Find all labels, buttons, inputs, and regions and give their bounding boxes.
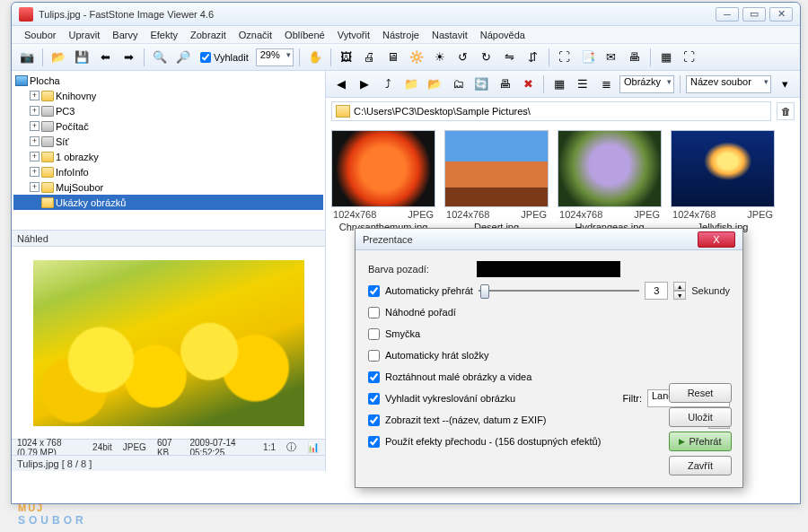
menu-oblibene[interactable]: Oblíbené <box>279 28 330 42</box>
tree-item[interactable]: Ukázky obrázků <box>13 195 323 210</box>
tool-icon[interactable]: ☀ <box>430 48 450 67</box>
left-pane: Plocha +Knihovny+PC3+Počítač+Síť+1 obraz… <box>12 71 326 471</box>
smoothdraw-label: Vyhladit vykreslování obrázku <box>385 393 618 404</box>
showtext-checkbox[interactable] <box>368 414 380 426</box>
close-button[interactable]: ✕ <box>769 7 793 22</box>
thumbnail[interactable]: 1024x768JPEG Hydrangeas.jpg <box>558 130 662 232</box>
loop-checkbox[interactable] <box>368 328 380 340</box>
dialog-close-button[interactable]: X <box>698 231 735 248</box>
refresh-icon[interactable]: 🔄 <box>471 74 491 94</box>
tool-icon[interactable]: 🔆 <box>407 48 426 67</box>
thumbnail[interactable]: 1024x768JPEG Chrysanthemum.jpg <box>331 130 435 232</box>
hand-icon[interactable]: ✋ <box>305 48 325 67</box>
tool-icon[interactable]: 🖶 <box>625 48 645 67</box>
preview-info: 1024 x 768 (0.79 MP) 24bit JPEG 607 KB 2… <box>12 439 325 455</box>
autofolders-checkbox[interactable] <box>368 350 380 362</box>
info-icon[interactable]: ⓘ <box>286 440 296 454</box>
interval-value[interactable] <box>645 282 668 300</box>
nav-up-icon[interactable]: ⤴ <box>378 74 398 94</box>
tool-icon[interactable]: ✉ <box>602 48 621 67</box>
fx-checkbox[interactable] <box>368 436 380 448</box>
random-checkbox[interactable] <box>368 307 380 318</box>
menu-oznacit[interactable]: Označit <box>233 28 277 42</box>
stretch-label: Roztáhnout malé obrázky a videa <box>385 371 531 382</box>
tree-item[interactable]: +Knihovny <box>13 88 323 103</box>
watermark-logo: MUJSOUBOR <box>18 493 87 527</box>
open-icon[interactable]: 📂 <box>48 48 68 67</box>
tool-icon[interactable]: ⛶ <box>555 48 575 67</box>
prev-icon[interactable]: ⬅ <box>95 48 115 67</box>
menu-nastavit[interactable]: Nastavit <box>426 28 473 42</box>
view-list-icon[interactable]: ≣ <box>596 74 616 94</box>
bg-color-swatch[interactable] <box>477 261 620 277</box>
tool-icon[interactable]: ⇋ <box>500 48 520 67</box>
menu-napoveda[interactable]: Nápověda <box>475 28 531 42</box>
tree-item[interactable]: +PC3 <box>13 103 323 118</box>
autoplay-checkbox[interactable] <box>368 285 380 297</box>
tool-icon[interactable]: 🖶 <box>495 74 514 94</box>
histogram-icon[interactable]: 📊 <box>307 441 320 453</box>
view-thumb-icon[interactable]: ▦ <box>549 74 569 94</box>
menu-nastroje[interactable]: Nástroje <box>377 28 425 42</box>
tree-item[interactable]: +Síť <box>13 134 323 149</box>
thumbnail[interactable]: 1024x768JPEG Jellyfish.jpg <box>671 130 775 232</box>
zoom-select[interactable]: 29% <box>256 48 294 66</box>
tool-icon[interactable]: 🖼 <box>337 48 356 67</box>
path-bar[interactable]: C:\Users\PC3\Desktop\Sample Pictures\ <box>331 101 771 121</box>
folder-icon[interactable]: 📁 <box>401 74 421 94</box>
trash-icon[interactable]: 🗑 <box>777 102 795 120</box>
next-icon[interactable]: ➡ <box>119 48 138 67</box>
tool-icon[interactable]: 📑 <box>578 48 598 67</box>
thumbnail[interactable]: 1024x768JPEG Desert.jpg <box>444 130 549 232</box>
save-button[interactable]: Uložit <box>669 407 732 427</box>
sort-dir-icon[interactable]: ▾ <box>775 74 795 94</box>
menu-vytvorit[interactable]: Vytvořit <box>332 28 375 42</box>
showtext-label: Zobrazit text --(název, datum z EXIF) <box>385 414 703 425</box>
zoom-out-icon[interactable]: 🔎 <box>173 48 193 67</box>
path-text: C:\Users\PC3\Desktop\Sample Pictures\ <box>354 106 531 117</box>
fullscreen-icon[interactable]: ⛶ <box>680 48 699 67</box>
tree-item[interactable]: +MujSoubor <box>13 179 323 195</box>
tool-icon[interactable]: 🖥 <box>383 48 403 67</box>
interval-spinner[interactable]: ▲▼ <box>673 282 686 300</box>
acquire-icon[interactable]: 📷 <box>17 48 37 67</box>
filter-select[interactable]: Obrázky <box>619 75 674 93</box>
reset-button[interactable]: Reset <box>669 383 732 403</box>
tree-item[interactable]: +Počítač <box>13 118 323 134</box>
tree-root[interactable]: Plocha <box>30 75 60 86</box>
view-detail-icon[interactable]: ☰ <box>573 74 593 94</box>
tree-item[interactable]: +1 obrazky <box>13 149 323 164</box>
smooth-checkbox[interactable]: Vyhladit <box>200 52 249 63</box>
stretch-checkbox[interactable] <box>368 371 380 383</box>
zoom-in-icon[interactable]: 🔍 <box>150 48 170 67</box>
app-icon <box>19 7 33 22</box>
tree-item[interactable]: +InfoInfo <box>13 164 323 179</box>
menu-barvy[interactable]: Barvy <box>107 28 143 42</box>
close-dialog-button[interactable]: Zavřít <box>669 456 732 475</box>
folder-icon[interactable]: 🗂 <box>448 74 468 94</box>
tool-icon[interactable]: ⇵ <box>523 48 543 67</box>
save-icon[interactable]: 💾 <box>72 48 92 67</box>
minimize-button[interactable]: ─ <box>716 7 739 22</box>
folder-tree[interactable]: Plocha +Knihovny+PC3+Počítač+Síť+1 obraz… <box>12 71 325 231</box>
nav-back-icon[interactable]: ◀ <box>331 74 351 94</box>
menu-upravit[interactable]: Upravit <box>63 28 105 42</box>
interval-slider[interactable] <box>479 283 639 298</box>
tool-icon[interactable]: 🖨 <box>360 48 380 67</box>
folder-icon[interactable]: 📂 <box>425 74 444 94</box>
menu-efekty[interactable]: Efekty <box>145 28 183 42</box>
menubar: Soubor Upravit Barvy Efekty Zobrazit Ozn… <box>12 26 800 44</box>
preview-image[interactable] <box>33 260 304 426</box>
nav-fwd-icon[interactable]: ▶ <box>355 74 374 94</box>
smoothdraw-checkbox[interactable] <box>368 393 380 405</box>
menu-soubor[interactable]: Soubor <box>19 28 61 42</box>
menu-zobrazit[interactable]: Zobrazit <box>185 28 232 42</box>
tool-icon[interactable]: ↺ <box>453 48 473 67</box>
play-button[interactable]: Přehrát <box>669 432 732 451</box>
maximize-button[interactable]: ▭ <box>742 7 766 22</box>
tool-icon[interactable]: ▦ <box>656 48 676 67</box>
tool-icon[interactable]: ↻ <box>477 48 496 67</box>
delete-icon[interactable]: ✖ <box>518 74 538 94</box>
sort-select[interactable]: Název soubor <box>686 75 771 93</box>
status-bar: Tulips.jpg [ 8 / 8 ] <box>12 455 325 471</box>
